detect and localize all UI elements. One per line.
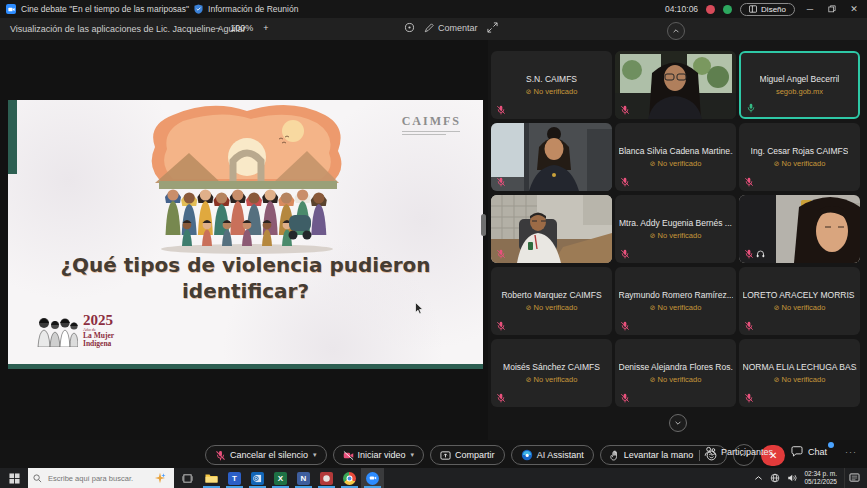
teams-app-icon[interactable]: T: [223, 468, 246, 488]
chat-button[interactable]: Chat: [791, 446, 827, 457]
share-screen-icon: [440, 450, 451, 461]
meeting-info-shield-icon[interactable]: [194, 4, 203, 14]
participant-name-tile[interactable]: Raymundo Romero Ramírez...⊘No verificado: [615, 267, 736, 335]
participants-icon: [704, 446, 716, 457]
onenote-app-icon[interactable]: N: [292, 468, 315, 488]
outlook-app-icon[interactable]: [246, 468, 269, 488]
layout-button[interactable]: Diseño: [740, 3, 795, 16]
meeting-info-label[interactable]: Información de Reunión: [208, 4, 298, 14]
slide-question-title: ¿Qué tipos de violencia pudieron identif…: [8, 252, 483, 304]
pdf-app-icon[interactable]: [315, 468, 338, 488]
participant-name: NORMA ELIA LECHUGA BAS...: [743, 362, 857, 372]
raise-hand-icon: [610, 450, 620, 461]
zoom-meeting-window: Cine debate "En el tiempo de las maripos…: [0, 0, 867, 488]
participant-name-tile[interactable]: NORMA ELIA LECHUGA BAS...⊘No verificado: [739, 339, 860, 407]
start-button[interactable]: [0, 468, 28, 488]
chevron-down-icon[interactable]: ▾: [313, 451, 317, 459]
mic-muted-icon: [496, 393, 506, 403]
participant-name-tile[interactable]: Miguel Angel Becerrilsegob.gob.mx: [739, 51, 860, 119]
annotate-button[interactable]: Comentar: [424, 23, 478, 33]
mic-muted-icon: [620, 393, 630, 403]
participant-name-tile[interactable]: LORETO ARACELY MORRIS ...⊘No verificado: [739, 267, 860, 335]
shared-screen-stage: CAIMFS ¿Qué tipos de violencia pudieron: [0, 40, 488, 440]
participant-video-tile[interactable]: [491, 195, 612, 263]
participant-name-tile[interactable]: Mtra. Addy Eugenia Bernés ...⊘No verific…: [615, 195, 736, 263]
chevron-down-icon[interactable]: ▾: [411, 451, 415, 459]
window-titlebar: Cine debate "En el tiempo de las maripos…: [0, 0, 867, 18]
record-indicator-icon[interactable]: [706, 5, 715, 14]
participant-video-tile[interactable]: [615, 51, 736, 119]
ai-assistant-button[interactable]: AI Assistant: [511, 445, 594, 465]
zoom-app-icon[interactable]: [361, 468, 384, 488]
chat-icon: [791, 446, 803, 457]
mic-muted-icon: [496, 249, 506, 259]
unverified-badge: ⊘No verificado: [650, 159, 702, 168]
minimize-button[interactable]: ─: [803, 4, 817, 14]
unverified-badge: ⊘No verificado: [774, 303, 826, 312]
unmute-button[interactable]: Cancelar el silencio▾: [205, 445, 327, 465]
presentation-slide: CAIMFS ¿Qué tipos de violencia pudieron: [8, 100, 483, 369]
start-video-button[interactable]: Iniciar video▾: [333, 445, 425, 465]
participant-name: Blanca Silvia Cadena Martine...: [619, 146, 733, 156]
excel-app-icon[interactable]: X: [269, 468, 292, 488]
unverified-icon: ⊘: [650, 160, 656, 167]
share-screen-button[interactable]: Compartir: [430, 445, 505, 465]
zoom-out-button[interactable]: −: [215, 23, 220, 33]
fullscreen-icon[interactable]: [487, 22, 498, 33]
mic-muted-icon: [744, 393, 754, 403]
scroll-down-button[interactable]: [669, 414, 687, 432]
caimfs-logo: CAIMFS: [402, 114, 461, 135]
notification-center-icon[interactable]: [844, 468, 863, 488]
participant-name-tile[interactable]: Denisse Alejandra Flores Ros...⊘No verif…: [615, 339, 736, 407]
unverified-icon: ⊘: [650, 232, 656, 239]
headset-icon: [756, 250, 765, 258]
unverified-badge: ⊘No verificado: [526, 303, 578, 312]
chat-notification-dot: [828, 442, 834, 448]
unverified-badge: ⊘No verificado: [774, 375, 826, 384]
participant-video-tile[interactable]: [739, 195, 860, 263]
file-explorer-icon[interactable]: [200, 468, 223, 488]
copilot-sparkle-icon[interactable]: [154, 472, 166, 484]
mic-muted-icon: [620, 249, 630, 259]
participant-name-tile[interactable]: Roberto Marquez CAIMFS⊘No verificado: [491, 267, 612, 335]
connection-indicator-icon[interactable]: [723, 5, 732, 14]
unverified-badge: ⊘No verificado: [526, 87, 578, 96]
search-input[interactable]: [46, 473, 150, 484]
participant-name-tile[interactable]: S.N. CAIMFS⊘No verificado: [491, 51, 612, 119]
tray-expand-icon[interactable]: [754, 474, 763, 482]
meeting-title: Cine debate "En el tiempo de las maripos…: [21, 4, 189, 14]
toolbar-overflow-icon[interactable]: ···: [845, 447, 857, 457]
task-view-button[interactable]: [174, 468, 200, 488]
participant-name-tile[interactable]: Moisés Sánchez CAIMFS⊘No verificado: [491, 339, 612, 407]
share-toolbar: Visualización de las aplicaciones de Lic…: [0, 18, 867, 40]
participant-video-tile[interactable]: [491, 123, 612, 191]
unverified-icon: ⊘: [650, 376, 656, 383]
pen-icon: [424, 23, 434, 33]
taskbar-search[interactable]: [28, 468, 174, 488]
meeting-clock: 04:10:06: [665, 4, 698, 14]
participant-name: Ing. Cesar Rojas CAIMFS: [751, 146, 849, 156]
collapse-toolbar-button[interactable]: [667, 22, 685, 40]
zoom-in-button[interactable]: +: [263, 23, 268, 33]
close-button[interactable]: ✕: [847, 4, 861, 14]
maximize-button[interactable]: [825, 5, 839, 13]
unverified-icon: ⊘: [526, 376, 532, 383]
unverified-icon: ⊘: [650, 304, 656, 311]
view-options-icon[interactable]: [404, 22, 415, 33]
mic-muted-icon: [744, 177, 754, 187]
unverified-badge: ⊘No verificado: [650, 231, 702, 240]
panel-resize-handle[interactable]: [481, 214, 486, 236]
chrome-icon[interactable]: [338, 468, 361, 488]
mic-muted-icon: [496, 105, 506, 115]
indigenous-women-icon: [36, 313, 78, 347]
unverified-icon: ⊘: [526, 304, 532, 311]
participant-name-tile[interactable]: Blanca Silvia Cadena Martine...⊘No verif…: [615, 123, 736, 191]
network-icon[interactable]: [770, 473, 780, 483]
participant-video: [491, 195, 612, 263]
participant-video: [615, 51, 736, 119]
participant-name: Raymundo Romero Ramírez...: [619, 290, 733, 300]
taskbar-clock[interactable]: 02:34 p. m. 05/12/2025: [804, 470, 837, 486]
volume-icon[interactable]: [787, 473, 797, 483]
participants-button[interactable]: Participantes: [704, 446, 773, 457]
participant-name-tile[interactable]: Ing. Cesar Rojas CAIMFS⊘No verificado: [739, 123, 860, 191]
